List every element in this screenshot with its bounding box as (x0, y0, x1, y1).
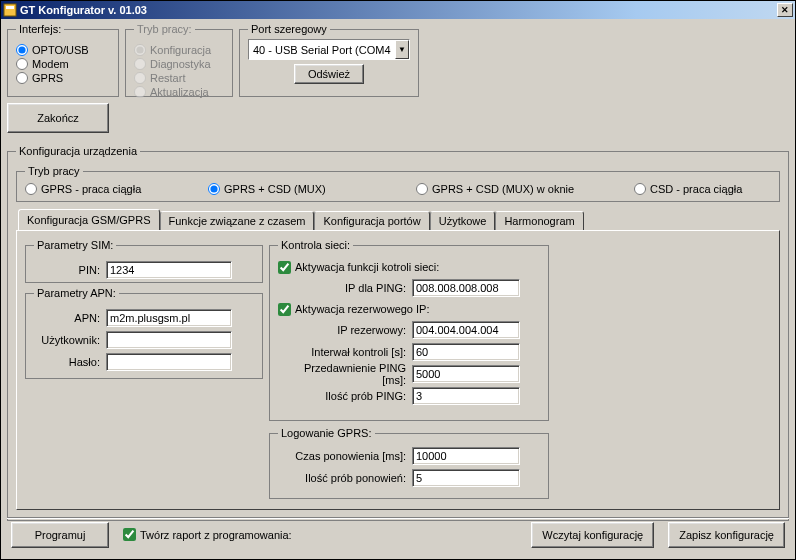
ping-retries-label: Ilość prób PING: (278, 390, 412, 402)
chevron-down-icon[interactable]: ▼ (395, 40, 409, 59)
timeout-label: Przedawnienie PING [ms]: (278, 362, 412, 386)
tab-utility[interactable]: Użytkowe (430, 211, 496, 230)
net-legend: Kontrola sieci: (278, 239, 353, 251)
radio-gprs-csd-mux-window[interactable]: GPRS + CSD (MUX) w oknie (416, 183, 626, 195)
device-config-group: Konfiguracja urządzenia Tryb pracy GPRS … (7, 145, 789, 521)
refresh-button[interactable]: Odśwież (294, 64, 364, 84)
interface-legend: Interfejs: (16, 23, 64, 35)
backup-ip-input[interactable] (412, 321, 520, 339)
radio-gprs-csd-mux[interactable]: GPRS + CSD (MUX) (208, 183, 408, 195)
exit-button[interactable]: Zakończ (7, 103, 109, 133)
ping-ip-input[interactable] (412, 279, 520, 297)
serial-port-group: Port szeregowy ▼ Odśwież (239, 23, 419, 97)
apn-label: APN: (34, 312, 106, 324)
gprs-legend: Logowanie GPRS: (278, 427, 375, 439)
svg-rect-0 (4, 4, 16, 16)
workmode-legend: Tryb pracy (25, 165, 83, 177)
serial-port-input[interactable] (249, 40, 395, 59)
tab-strip: Konfiguracja GSM/GPRS Funkcje związane z… (16, 208, 780, 230)
radio-aktualizacja: Aktualizacja (134, 85, 224, 99)
radio-restart: Restart (134, 71, 224, 85)
apn-legend: Parametry APN: (34, 287, 119, 299)
retry-time-label: Czas ponowienia [ms]: (278, 450, 412, 462)
radio-gprs-continuous[interactable]: GPRS - praca ciągła (25, 183, 200, 195)
radio-diagnostyka: Diagnostyka (134, 57, 224, 71)
serial-port-combo[interactable]: ▼ (248, 39, 410, 60)
pass-label: Hasło: (34, 356, 106, 368)
user-label: Użytkownik: (34, 334, 106, 346)
radio-csd-continuous[interactable]: CSD - praca ciągła (634, 183, 771, 195)
backup-ip-label: IP rezerwowy: (278, 324, 412, 336)
device-config-legend: Konfiguracja urządzenia (16, 145, 140, 157)
tab-time-functions[interactable]: Funkcje związane z czasem (160, 211, 315, 230)
window-title: GT Konfigurator v. 01.03 (20, 4, 777, 16)
enable-net-control-checkbox[interactable]: Aktywacja funkcji kotroli sieci: (278, 257, 540, 277)
svg-rect-1 (6, 6, 14, 9)
interface-group: Interfejs: OPTO/USB Modem GPRS (7, 23, 119, 97)
radio-konfiguracja: Konfiguracja (134, 43, 224, 57)
save-config-button[interactable]: Zapisz konfigurację (668, 522, 785, 548)
radio-opto-usb[interactable]: OPTO/USB (16, 43, 110, 57)
sim-legend: Parametry SIM: (34, 239, 116, 251)
close-button[interactable]: ✕ (777, 3, 793, 17)
client-area: Interfejs: OPTO/USB Modem GPRS Tryb prac… (1, 19, 795, 559)
network-control-group: Kontrola sieci: Aktywacja funkcji kotrol… (269, 239, 549, 421)
pin-input[interactable] (106, 261, 232, 279)
mode-legend: Tryb pracy: (134, 23, 195, 35)
tab-port-config[interactable]: Konfiguracja portów (314, 211, 429, 230)
pass-input[interactable] (106, 353, 232, 371)
ping-ip-label: IP dla PING: (278, 282, 412, 294)
apn-group: Parametry APN: APN: Użytkownik: Hasło: (25, 287, 263, 379)
workmode-group: Tryb pracy GPRS - praca ciągła GPRS + CS… (16, 165, 780, 202)
gprs-logging-group: Logowanie GPRS: Czas ponowienia [ms]: Il… (269, 427, 549, 499)
serial-legend: Port szeregowy (248, 23, 330, 35)
bottom-bar: Programuj Twórz raport z programowania: … (7, 517, 789, 551)
user-input[interactable] (106, 331, 232, 349)
mode-group: Tryb pracy: Konfiguracja Diagnostyka Res… (125, 23, 233, 97)
retry-count-input[interactable] (412, 469, 520, 487)
sim-group: Parametry SIM: PIN: (25, 239, 263, 283)
tab-page-gsm-gprs: Parametry SIM: PIN: Parametry APN: APN: (16, 230, 780, 510)
app-icon (3, 3, 17, 17)
pin-label: PIN: (34, 264, 106, 276)
tab-gsm-gprs[interactable]: Konfiguracja GSM/GPRS (18, 209, 160, 230)
load-config-button[interactable]: Wczytaj konfigurację (531, 522, 654, 548)
enable-backup-ip-checkbox[interactable]: Aktywacja rezerwowego IP: (278, 299, 540, 319)
app-window: GT Konfigurator v. 01.03 ✕ Interfejs: OP… (0, 0, 796, 560)
retry-time-input[interactable] (412, 447, 520, 465)
titlebar: GT Konfigurator v. 01.03 ✕ (1, 1, 795, 19)
retry-count-label: Ilość prób ponowień: (278, 472, 412, 484)
radio-gprs-iface[interactable]: GPRS (16, 71, 110, 85)
create-report-checkbox[interactable]: Twórz raport z programowania: (123, 525, 292, 545)
apn-input[interactable] (106, 309, 232, 327)
timeout-input[interactable] (412, 365, 520, 383)
interval-label: Interwał kontroli [s]: (278, 346, 412, 358)
tab-schedule[interactable]: Harmonogram (495, 211, 583, 230)
program-button[interactable]: Programuj (11, 522, 109, 548)
interval-input[interactable] (412, 343, 520, 361)
radio-modem[interactable]: Modem (16, 57, 110, 71)
ping-retries-input[interactable] (412, 387, 520, 405)
